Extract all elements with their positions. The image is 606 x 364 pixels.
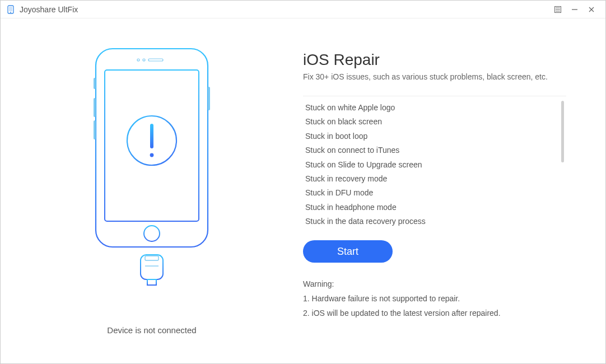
list-item: Stuck in the data recovery process [303, 214, 566, 226]
start-button[interactable]: Start [303, 240, 393, 263]
svg-rect-13 [94, 120, 96, 139]
window-title: Joyoshare UltFix [20, 5, 78, 14]
list-item: Stuck on black screen [303, 115, 566, 129]
svg-rect-11 [94, 78, 96, 89]
svg-point-2 [10, 12, 11, 13]
svg-rect-1 [9, 7, 12, 11]
list-item: Stuck on Slide to Upgrade screen [303, 158, 566, 172]
app-icon [6, 5, 15, 14]
svg-rect-14 [208, 87, 210, 110]
list-item: Stuck in boot loop [303, 129, 566, 143]
svg-point-17 [143, 59, 145, 61]
svg-rect-21 [150, 124, 153, 148]
device-panel: Device is not connected [1, 18, 303, 363]
warning-item: 1. Hardware failure is not supported to … [303, 294, 566, 303]
svg-rect-12 [94, 98, 96, 117]
svg-point-22 [150, 153, 154, 157]
titlebar: Joyoshare UltFix [1, 1, 605, 18]
minimize-button[interactable] [566, 2, 583, 17]
scrollbar-thumb[interactable] [561, 101, 564, 162]
warning-heading: Warning: [303, 279, 566, 288]
menu-button[interactable] [549, 2, 566, 17]
svg-rect-24 [145, 256, 159, 260]
list-item: Stuck in recovery mode [303, 172, 566, 186]
svg-rect-23 [141, 255, 163, 279]
repair-panel: iOS Repair Fix 30+ iOS issues, such as v… [303, 18, 605, 363]
list-item: Stuck on connect to iTunes [303, 143, 566, 157]
svg-point-16 [137, 59, 139, 61]
svg-rect-18 [148, 59, 163, 61]
main-content: Device is not connected iOS Repair Fix 3… [1, 18, 605, 363]
issue-list[interactable]: Stuck on white Apple logo Stuck on black… [303, 96, 566, 226]
phone-illustration [85, 46, 219, 315]
page-subheading: Fix 30+ iOS issues, such as various stuc… [303, 72, 566, 81]
device-status-text: Device is not connected [107, 325, 196, 335]
page-heading: iOS Repair [303, 51, 566, 69]
svg-point-19 [144, 226, 160, 241]
list-item: Stuck in DFU mode [303, 186, 566, 200]
warning-item: 2. iOS will be updated to the latest ver… [303, 309, 566, 318]
close-button[interactable] [583, 2, 600, 17]
list-item: Stuck in headphone mode [303, 200, 566, 214]
list-item: Stuck on white Apple logo [303, 101, 566, 115]
